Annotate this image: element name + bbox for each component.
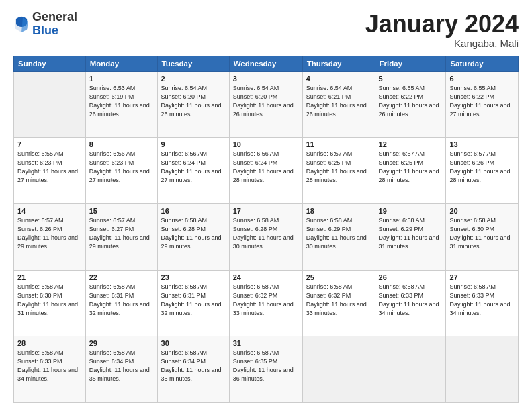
day-number: 22 [89, 273, 154, 281]
calendar-header: Sunday Monday Tuesday Wednesday Thursday… [14, 56, 519, 71]
col-wednesday: Wednesday [229, 56, 302, 71]
day-info: Sunrise: 6:58 AMSunset: 6:34 PMDaylight:… [89, 349, 154, 383]
day-number: 29 [89, 339, 154, 347]
calendar-cell: 19Sunrise: 6:58 AMSunset: 6:29 PMDayligh… [375, 203, 446, 270]
day-info: Sunrise: 6:54 AMSunset: 6:20 PMDaylight:… [161, 84, 226, 119]
day-info: Sunrise: 6:57 AMSunset: 6:25 PMDaylight:… [306, 150, 371, 185]
header: General Blue January 2024 Kangaba, Mali [13, 11, 519, 49]
calendar-cell [375, 336, 446, 403]
calendar-cell: 8Sunrise: 6:56 AMSunset: 6:23 PMDaylight… [85, 138, 157, 204]
logo-text: General Blue [32, 11, 77, 38]
calendar-cell: 7Sunrise: 6:55 AMSunset: 6:23 PMDaylight… [14, 138, 86, 204]
day-info: Sunrise: 6:58 AMSunset: 6:35 PMDaylight:… [233, 349, 299, 383]
day-number: 17 [233, 207, 299, 215]
day-number: 26 [379, 273, 443, 281]
day-info: Sunrise: 6:56 AMSunset: 6:24 PMDaylight:… [233, 150, 299, 185]
day-number: 31 [233, 339, 299, 347]
calendar-cell [302, 336, 375, 403]
col-sunday: Sunday [14, 56, 86, 71]
calendar-cell: 5Sunrise: 6:55 AMSunset: 6:22 PMDaylight… [375, 71, 446, 138]
calendar-table: Sunday Monday Tuesday Wednesday Thursday… [13, 56, 519, 403]
logo: General Blue [13, 11, 77, 38]
day-number: 1 [89, 75, 154, 83]
calendar-cell: 31Sunrise: 6:58 AMSunset: 6:35 PMDayligh… [229, 336, 302, 403]
day-number: 13 [449, 140, 515, 148]
day-info: Sunrise: 6:56 AMSunset: 6:24 PMDaylight:… [161, 150, 226, 185]
day-info: Sunrise: 6:55 AMSunset: 6:23 PMDaylight:… [17, 150, 82, 185]
day-info: Sunrise: 6:58 AMSunset: 6:29 PMDaylight:… [306, 216, 371, 251]
calendar-week-4: 28Sunrise: 6:58 AMSunset: 6:33 PMDayligh… [14, 336, 519, 403]
day-info: Sunrise: 6:58 AMSunset: 6:33 PMDaylight:… [379, 283, 443, 318]
calendar-cell: 11Sunrise: 6:57 AMSunset: 6:25 PMDayligh… [302, 138, 375, 204]
day-info: Sunrise: 6:58 AMSunset: 6:30 PMDaylight:… [449, 216, 515, 251]
day-number: 5 [379, 75, 443, 83]
title-block: January 2024 Kangaba, Mali [365, 11, 519, 49]
day-info: Sunrise: 6:54 AMSunset: 6:20 PMDaylight:… [233, 84, 299, 119]
calendar-cell: 30Sunrise: 6:58 AMSunset: 6:34 PMDayligh… [157, 336, 229, 403]
calendar-week-1: 7Sunrise: 6:55 AMSunset: 6:23 PMDaylight… [14, 138, 519, 204]
calendar-cell: 26Sunrise: 6:58 AMSunset: 6:33 PMDayligh… [375, 270, 446, 336]
day-info: Sunrise: 6:57 AMSunset: 6:27 PMDaylight:… [89, 216, 154, 251]
calendar-cell: 1Sunrise: 6:53 AMSunset: 6:19 PMDaylight… [85, 71, 157, 138]
calendar-cell [14, 71, 86, 138]
calendar-cell: 3Sunrise: 6:54 AMSunset: 6:20 PMDaylight… [229, 71, 302, 138]
day-number: 25 [306, 273, 371, 281]
calendar-cell: 29Sunrise: 6:58 AMSunset: 6:34 PMDayligh… [85, 336, 157, 403]
col-tuesday: Tuesday [157, 56, 229, 71]
logo-blue-text: Blue [32, 24, 77, 38]
day-info: Sunrise: 6:58 AMSunset: 6:34 PMDaylight:… [161, 349, 226, 383]
day-info: Sunrise: 6:58 AMSunset: 6:28 PMDaylight:… [161, 216, 226, 251]
calendar-cell: 13Sunrise: 6:57 AMSunset: 6:26 PMDayligh… [446, 138, 519, 204]
calendar-cell: 4Sunrise: 6:54 AMSunset: 6:21 PMDaylight… [302, 71, 375, 138]
calendar-cell: 22Sunrise: 6:58 AMSunset: 6:31 PMDayligh… [85, 270, 157, 336]
day-number: 11 [306, 140, 371, 148]
day-info: Sunrise: 6:55 AMSunset: 6:22 PMDaylight:… [449, 84, 515, 119]
calendar-cell: 6Sunrise: 6:55 AMSunset: 6:22 PMDaylight… [446, 71, 519, 138]
day-number: 14 [17, 207, 82, 215]
calendar-cell: 20Sunrise: 6:58 AMSunset: 6:30 PMDayligh… [446, 203, 519, 270]
day-info: Sunrise: 6:58 AMSunset: 6:29 PMDaylight:… [379, 216, 443, 251]
day-number: 20 [449, 207, 515, 215]
col-saturday: Saturday [446, 56, 519, 71]
col-thursday: Thursday [302, 56, 375, 71]
calendar-week-2: 14Sunrise: 6:57 AMSunset: 6:26 PMDayligh… [14, 203, 519, 270]
day-number: 28 [17, 339, 82, 347]
calendar-cell: 27Sunrise: 6:58 AMSunset: 6:33 PMDayligh… [446, 270, 519, 336]
calendar-cell: 23Sunrise: 6:58 AMSunset: 6:31 PMDayligh… [157, 270, 229, 336]
logo-icon [13, 15, 30, 34]
calendar-page: General Blue January 2024 Kangaba, Mali … [0, 0, 532, 411]
day-number: 6 [449, 75, 515, 83]
day-number: 16 [161, 207, 226, 215]
day-info: Sunrise: 6:57 AMSunset: 6:26 PMDaylight:… [17, 216, 82, 251]
location: Kangaba, Mali [365, 38, 519, 49]
calendar-cell: 28Sunrise: 6:58 AMSunset: 6:33 PMDayligh… [14, 336, 86, 403]
col-friday: Friday [375, 56, 446, 71]
calendar-cell: 24Sunrise: 6:58 AMSunset: 6:32 PMDayligh… [229, 270, 302, 336]
calendar-cell: 15Sunrise: 6:57 AMSunset: 6:27 PMDayligh… [85, 203, 157, 270]
day-info: Sunrise: 6:58 AMSunset: 6:30 PMDaylight:… [17, 283, 82, 318]
day-number: 12 [379, 140, 443, 148]
day-number: 7 [17, 140, 82, 148]
calendar-cell: 12Sunrise: 6:57 AMSunset: 6:25 PMDayligh… [375, 138, 446, 204]
day-number: 4 [306, 75, 371, 83]
calendar-cell: 10Sunrise: 6:56 AMSunset: 6:24 PMDayligh… [229, 138, 302, 204]
day-info: Sunrise: 6:58 AMSunset: 6:31 PMDaylight:… [161, 283, 226, 318]
day-info: Sunrise: 6:58 AMSunset: 6:28 PMDaylight:… [233, 216, 299, 251]
day-info: Sunrise: 6:58 AMSunset: 6:32 PMDaylight:… [306, 283, 371, 318]
calendar-cell: 17Sunrise: 6:58 AMSunset: 6:28 PMDayligh… [229, 203, 302, 270]
calendar-cell: 16Sunrise: 6:58 AMSunset: 6:28 PMDayligh… [157, 203, 229, 270]
day-number: 19 [379, 207, 443, 215]
day-number: 15 [89, 207, 154, 215]
day-info: Sunrise: 6:58 AMSunset: 6:33 PMDaylight:… [17, 349, 82, 383]
day-info: Sunrise: 6:57 AMSunset: 6:26 PMDaylight:… [449, 150, 515, 185]
day-number: 23 [161, 273, 226, 281]
day-number: 3 [233, 75, 299, 83]
day-info: Sunrise: 6:53 AMSunset: 6:19 PMDaylight:… [89, 84, 154, 119]
calendar-cell: 2Sunrise: 6:54 AMSunset: 6:20 PMDaylight… [157, 71, 229, 138]
day-number: 27 [449, 273, 515, 281]
calendar-cell: 9Sunrise: 6:56 AMSunset: 6:24 PMDaylight… [157, 138, 229, 204]
header-row: Sunday Monday Tuesday Wednesday Thursday… [14, 56, 519, 71]
day-info: Sunrise: 6:58 AMSunset: 6:31 PMDaylight:… [89, 283, 154, 318]
day-number: 2 [161, 75, 226, 83]
col-monday: Monday [85, 56, 157, 71]
